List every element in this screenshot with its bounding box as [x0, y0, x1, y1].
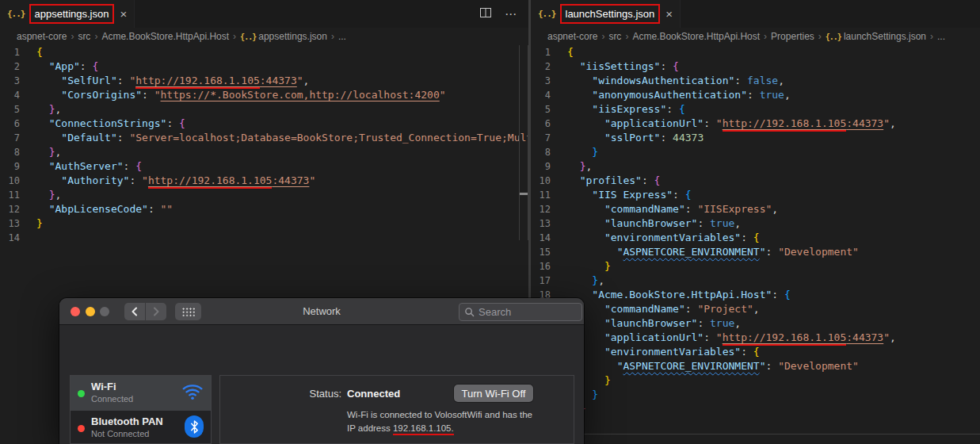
breadcrumb-item[interactable]: ...: [937, 31, 945, 42]
code-line: 10 "Authority": "http://192.168.1.105:44…: [0, 174, 528, 188]
scrollbar-marker: [520, 193, 528, 195]
json-file-icon: {..}: [538, 9, 556, 19]
breadcrumb-item[interactable]: Properties: [771, 31, 814, 42]
code-line: 14: [0, 231, 528, 245]
line-number: 17: [531, 274, 567, 288]
line-number: 11: [0, 188, 36, 202]
code-line: 7 "sslPort": 44373: [531, 131, 980, 145]
code-line: 1{: [0, 45, 528, 59]
line-number: 4: [0, 88, 36, 102]
code-line: 12 "AbpLicenseCode": "": [0, 202, 528, 216]
tab-launchsettings[interactable]: {..} launchSettings.json ×: [531, 0, 681, 28]
code-line: 10 "profiles": {: [531, 174, 980, 188]
line-number: 6: [0, 117, 36, 131]
breadcrumb-separator-icon: ›: [94, 31, 97, 42]
breadcrumb-item[interactable]: src: [78, 31, 90, 42]
breadcrumb: aspnet-core›src›Acme.BookStore.HttpApi.H…: [0, 28, 528, 45]
breadcrumb-item[interactable]: aspnet-core: [17, 31, 67, 42]
code-line: 23 "ASPNETCORE_ENVIRONMENT": "Developmen…: [531, 359, 980, 373]
code-line: 8 },: [0, 145, 528, 159]
line-number: 12: [531, 202, 567, 216]
breadcrumb-item[interactable]: Acme.BookStore.HttpApi.Host: [101, 31, 229, 42]
code-line: 25 }: [531, 388, 980, 402]
panel-divider: [531, 434, 980, 434]
breadcrumb-item[interactable]: launchSettings.json: [844, 31, 926, 42]
line-number: 4: [531, 88, 567, 102]
status-dot-green: [78, 390, 85, 397]
line-number: 16: [531, 259, 567, 274]
search-input[interactable]: [479, 306, 574, 318]
search-field[interactable]: [459, 303, 582, 321]
line-number: 5: [0, 102, 36, 117]
line-number: 1: [531, 45, 567, 59]
code-line: 7 "Default": "Server=localhost;Database=…: [0, 131, 528, 145]
tab-appsettings[interactable]: {..} appsettings.json ×: [0, 0, 135, 28]
breadcrumb-item[interactable]: src: [608, 31, 621, 42]
code-line: 3 "SelfUrl": "http://192.168.1.105:44373…: [0, 74, 528, 88]
code-editor[interactable]: 1{2 "App": {3 "SelfUrl": "http://192.168…: [0, 45, 528, 245]
close-icon[interactable]: ×: [665, 7, 673, 21]
code-line: 6 "applicationUrl": "http://192.168.1.10…: [531, 117, 980, 131]
line-number: 11: [531, 188, 567, 202]
breadcrumb: aspnet-core›src›Acme.BookStore.HttpApi.H…: [531, 28, 980, 45]
turn-wifi-off-button[interactable]: Turn Wi-Fi Off: [454, 385, 533, 402]
breadcrumb-item[interactable]: appsettings.json: [258, 31, 327, 42]
code-editor[interactable]: 1{2 "iisSettings": {3 "windowsAuthentica…: [531, 45, 980, 416]
line-number: 15: [531, 245, 567, 259]
code-line: 8 }: [531, 145, 980, 159]
line-number: 10: [531, 174, 567, 188]
more-actions-icon[interactable]: ⋯: [505, 7, 517, 21]
line-number: 12: [0, 202, 36, 216]
code-line: 21 "applicationUrl": "http://192.168.1.1…: [531, 331, 980, 345]
line-number: 14: [0, 231, 36, 245]
code-line: 24 }: [531, 373, 980, 388]
code-line: 4 "anonymousAuthentication": true,: [531, 88, 980, 102]
line-number: 3: [0, 74, 36, 88]
status-value: Connected: [347, 388, 400, 400]
code-line: 20 "launchBrowser": true,: [531, 316, 980, 331]
breadcrumb-separator-icon: ›: [764, 31, 767, 42]
breadcrumb-item[interactable]: ...: [338, 31, 346, 42]
code-line: 18 "Acme.BookStore.HttpApi.Host": {: [531, 288, 980, 302]
connection-description: Wi-Fi is connected to VolosoftWifi and h…: [347, 408, 569, 435]
search-icon: [464, 307, 475, 317]
breadcrumb-separator-icon: ›: [331, 31, 334, 42]
status-dot-red: [78, 425, 85, 432]
tabbar-right: {..} launchSettings.json ×: [531, 0, 980, 28]
service-row-wifi[interactable]: Wi-Fi Connected: [71, 376, 211, 411]
window-titlebar[interactable]: Network: [59, 298, 584, 325]
breadcrumb-separator-icon: ›: [930, 31, 933, 42]
code-line: 11 },: [0, 188, 528, 202]
tabbar-left: {..} appsettings.json × ⋯: [0, 0, 528, 28]
code-line: 5 },: [0, 102, 528, 117]
line-number: 10: [0, 174, 36, 188]
line-number: 6: [531, 117, 567, 131]
line-number: 2: [0, 59, 36, 74]
breadcrumb-separator-icon: ›: [625, 31, 628, 42]
tab-label-annotated: launchSettings.json: [560, 4, 661, 24]
line-number: 1: [0, 45, 36, 59]
code-line: 11 "IIS Express": {: [531, 188, 980, 202]
breadcrumb-separator-icon: ›: [71, 31, 74, 42]
json-file-icon: {..}: [826, 33, 841, 41]
code-line: 5 "iisExpress": {: [531, 102, 980, 117]
code-line: 9 "AuthServer": {: [0, 159, 528, 174]
line-number: 8: [531, 145, 567, 159]
line-number: 9: [0, 159, 36, 174]
breadcrumb-separator-icon: ›: [233, 31, 236, 42]
code-line: 13 "launchBrowser": true,: [531, 216, 980, 231]
service-name: Bluetooth PAN: [91, 415, 163, 427]
split-editor-icon[interactable]: [479, 6, 492, 22]
service-row-bluetooth[interactable]: Bluetooth PAN Not Connected: [71, 411, 211, 444]
code-line: 1{: [531, 45, 980, 59]
json-file-icon: {..}: [7, 9, 25, 19]
editor-pane-right: {..} launchSettings.json × aspnet-core›s…: [531, 0, 980, 444]
breadcrumb-item[interactable]: aspnet-core: [547, 31, 597, 42]
close-icon[interactable]: ×: [120, 7, 127, 21]
code-line: 4 "CorsOrigins": "https://*.BookStore.co…: [0, 88, 528, 102]
code-line: 16 }: [531, 259, 980, 274]
service-status: Not Connected: [91, 429, 149, 438]
line-number: 2: [531, 59, 567, 74]
breadcrumb-item[interactable]: Acme.BookStore.HttpApi.Host: [632, 31, 760, 42]
scrollbar[interactable]: [519, 45, 528, 240]
